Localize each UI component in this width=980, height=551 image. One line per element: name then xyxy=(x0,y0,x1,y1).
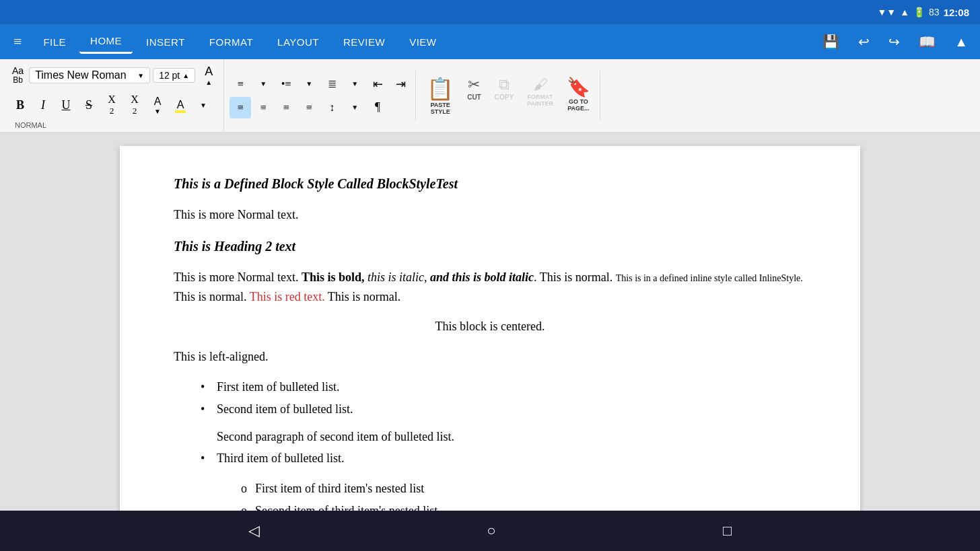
para-italic: this is italic, xyxy=(368,270,427,284)
font-size-selector[interactable]: 12 pt ▲ xyxy=(153,68,195,83)
redo-button[interactable]: ↪ xyxy=(882,30,907,54)
alignment-row: ≡ ≡ ≡ ≡ ↕ ▼ ¶ xyxy=(230,97,388,118)
menu-file[interactable]: FILE xyxy=(32,31,77,53)
para-normal-2: This is normal. xyxy=(174,290,247,303)
bullet-2: • xyxy=(201,400,209,419)
numbered-list-dropdown[interactable]: ▼ xyxy=(252,73,274,95)
font-size-grow-button[interactable]: A▲ xyxy=(198,62,219,89)
menu-review[interactable]: REVIEW xyxy=(332,31,396,53)
list-item-3: • Third item of bulleted list. o First i… xyxy=(201,449,806,511)
multilevel-list-button[interactable]: ≣ xyxy=(321,73,343,95)
bulleted-list-dropdown[interactable]: ▼ xyxy=(298,73,320,95)
battery-level: 83 xyxy=(929,7,940,17)
undo-button[interactable]: ↩ xyxy=(851,30,876,54)
list-item-1: • First item of bulleted list. xyxy=(201,377,806,397)
superscript-button[interactable]: X2 xyxy=(124,91,145,119)
style-label: NORMAL xyxy=(9,121,52,129)
align-center-button[interactable]: ≡ xyxy=(252,97,274,118)
recent-apps-button[interactable]: □ xyxy=(712,517,742,545)
list-item-2-text: Second item of bulleted list. xyxy=(217,400,353,419)
cut-label: CUT xyxy=(467,94,481,101)
highlight-icon: A xyxy=(177,99,184,111)
block-style-heading: This is a Defined Block Style Called Blo… xyxy=(174,173,806,194)
strikethrough-button[interactable]: S xyxy=(78,94,100,116)
red-text: This is red text. xyxy=(250,290,325,303)
document-page[interactable]: This is a Defined Block Style Called Blo… xyxy=(120,146,860,511)
paragraph-marks-button[interactable]: ¶ xyxy=(367,97,388,118)
justify-button[interactable]: ≡ xyxy=(298,97,320,118)
increase-indent-button[interactable]: ⇥ xyxy=(390,73,411,95)
view-mode-button[interactable]: 📖 xyxy=(912,30,942,54)
underline-button[interactable]: U xyxy=(55,94,77,116)
line-spacing-button[interactable]: ↕ xyxy=(321,97,343,118)
nested-item-1: o First item of third item's nested list xyxy=(241,479,438,499)
font-style-indicator: Aa Bb xyxy=(9,65,26,87)
line-spacing-dropdown[interactable]: ▼ xyxy=(344,97,365,118)
decrease-indent-button[interactable]: ⇤ xyxy=(367,73,388,95)
paste-button[interactable]: 📋 PASTE STYLE xyxy=(421,73,459,118)
menu-insert[interactable]: INSERT xyxy=(135,31,196,53)
go-to-page-icon: 🔖 xyxy=(567,76,590,98)
subscript-button[interactable]: X2 xyxy=(101,91,123,119)
nested-list: o First item of third item's nested list… xyxy=(241,479,438,511)
font-size-dropdown-arrow: ▲ xyxy=(182,72,189,79)
font-size-shrink-button[interactable]: A▼ xyxy=(147,93,168,118)
collapse-button[interactable]: ▲ xyxy=(948,30,975,54)
font-style-bb: Bb xyxy=(13,76,23,85)
italic-button[interactable]: I xyxy=(32,94,54,116)
hamburger-menu[interactable]: ≡ xyxy=(5,28,30,56)
list-item-2: • Second item of bulleted list. Second p… xyxy=(201,400,806,447)
menu-format[interactable]: FORMAT xyxy=(199,31,264,53)
menu-layout[interactable]: LAYOUT xyxy=(267,31,330,53)
cut-button[interactable]: ✂ CUT xyxy=(462,73,487,104)
list-item-2-sub-para: Second paragraph of second item of bulle… xyxy=(217,427,454,447)
go-to-page-button[interactable]: 🔖 GO TOPAGE... xyxy=(561,73,596,114)
list-item-1-text: First item of bulleted list. xyxy=(217,377,340,397)
font-name-label: Times New Roman xyxy=(35,69,126,81)
save-button[interactable]: 💾 xyxy=(816,30,846,54)
format-painter-button[interactable]: 🖌 FORMATPAINTER xyxy=(522,73,559,110)
menu-bar: ≡ FILE HOME INSERT FORMAT LAYOUT REVIEW … xyxy=(0,24,980,59)
list-item-3-main: • Third item of bulleted list. xyxy=(201,449,344,468)
time-display: 12:08 xyxy=(944,7,969,18)
multilevel-list-dropdown[interactable]: ▼ xyxy=(344,73,365,95)
home-button[interactable]: ○ xyxy=(476,517,506,545)
align-right-button[interactable]: ≡ xyxy=(275,97,297,118)
menu-view[interactable]: VIEW xyxy=(398,31,447,53)
menu-right-icons: 💾 ↩ ↪ 📖 ▲ xyxy=(816,30,975,54)
bold-button[interactable]: B xyxy=(9,94,31,116)
menu-home[interactable]: HOME xyxy=(79,30,133,54)
mixed-paragraph: This is more Normal text. This is bold, … xyxy=(174,268,806,307)
font-section: Aa Bb Times New Roman ▼ 12 pt ▲ A▲ B I U… xyxy=(5,59,224,132)
numbered-list-button[interactable]: ≡ xyxy=(230,73,251,95)
align-left-button[interactable]: ≡ xyxy=(230,97,251,118)
para-normal-start: This is more Normal text. xyxy=(174,270,298,284)
font-name-selector[interactable]: Times New Roman ▼ xyxy=(29,67,150,83)
nested-bullet-1: o xyxy=(241,479,247,499)
highlight-dropdown-button[interactable]: ▼ xyxy=(193,94,214,116)
highlight-button[interactable]: A xyxy=(170,94,191,116)
inline-style-text: This is in a defined inline style called… xyxy=(616,273,803,283)
nested-item-2: o Second item of third item's nested lis… xyxy=(241,501,438,511)
format-painter-label: FORMATPAINTER xyxy=(527,94,553,107)
back-button[interactable]: ◁ xyxy=(238,517,271,545)
paste-icon: 📋 xyxy=(427,76,454,102)
heading-2: This is Heading 2 text xyxy=(174,235,806,257)
format-painter-icon: 🖌 xyxy=(533,76,548,94)
text-format-row: B I U S X2 X2 A▼ A ▼ xyxy=(9,91,214,119)
copy-button[interactable]: ⧉ COPY xyxy=(489,73,519,104)
paste-label: PASTE xyxy=(431,102,450,108)
cut-icon: ✂ xyxy=(468,76,480,94)
clipboard-row: 📋 PASTE STYLE ✂ CUT ⧉ COPY 🖌 FORMATPAINT… xyxy=(421,73,596,118)
font-style-aa: Aa xyxy=(12,66,24,76)
copy-icon: ⧉ xyxy=(499,76,510,94)
signal-icon: ▲ xyxy=(900,7,909,17)
list-section: ≡ ▼ •≡ ▼ ≣ ▼ ⇤ ⇥ ≡ ≡ ≡ ≡ ↕ ▼ ¶ xyxy=(225,71,416,121)
paste-style-label: STYLE xyxy=(431,108,450,115)
clipboard-section: 📋 PASTE STYLE ✂ CUT ⧉ COPY 🖌 FORMATPAINT… xyxy=(417,71,600,120)
bottom-nav: ◁ ○ □ xyxy=(0,511,980,551)
highlight-color-bar xyxy=(175,110,186,113)
bulleted-list-button[interactable]: •≡ xyxy=(275,73,297,95)
copy-label: COPY xyxy=(495,94,514,101)
left-aligned-block: This is left-aligned. xyxy=(174,347,806,367)
